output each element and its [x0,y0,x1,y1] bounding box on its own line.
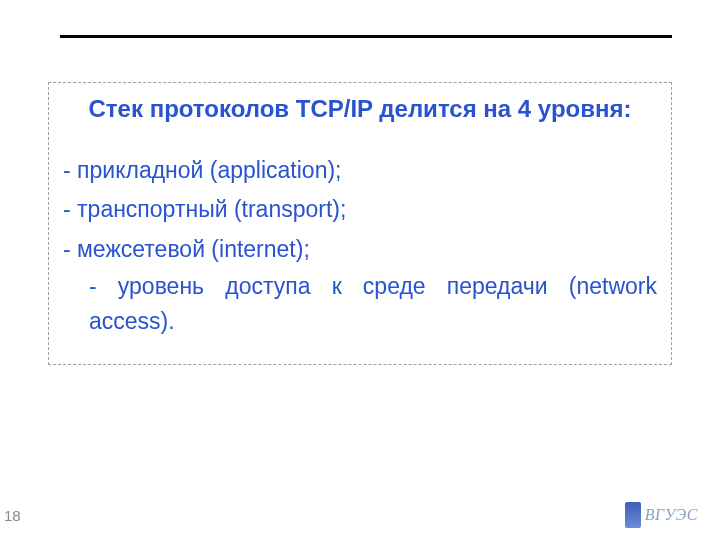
horizontal-rule [60,35,672,38]
list-item: - транспортный (transport); [63,190,657,229]
content-box: Стек протоколов TCP/IP делится на 4 уров… [48,82,672,365]
watermark-badge-icon [625,502,641,528]
watermark: ВГУЭС [625,502,698,528]
watermark-label: ВГУЭС [645,506,698,524]
level-list: - прикладной (application); - транспортн… [63,151,657,340]
page-number: 18 [4,507,21,524]
list-item: - уровень доступа к среде передачи (netw… [63,269,657,340]
list-item: - межсетевой (internet); [63,230,657,269]
slide-heading: Стек протоколов TCP/IP делится на 4 уров… [63,93,657,125]
list-item: - прикладной (application); [63,151,657,190]
